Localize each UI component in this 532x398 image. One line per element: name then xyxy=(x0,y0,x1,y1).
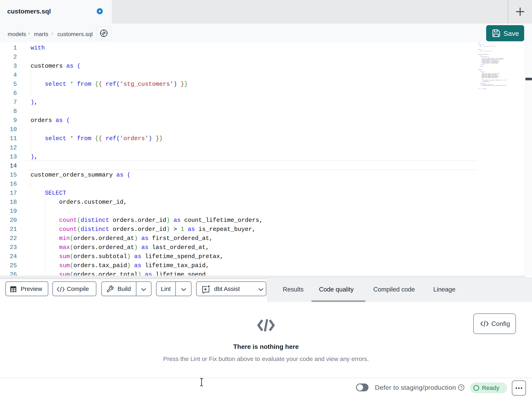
svg-text:?: ? xyxy=(460,385,462,390)
